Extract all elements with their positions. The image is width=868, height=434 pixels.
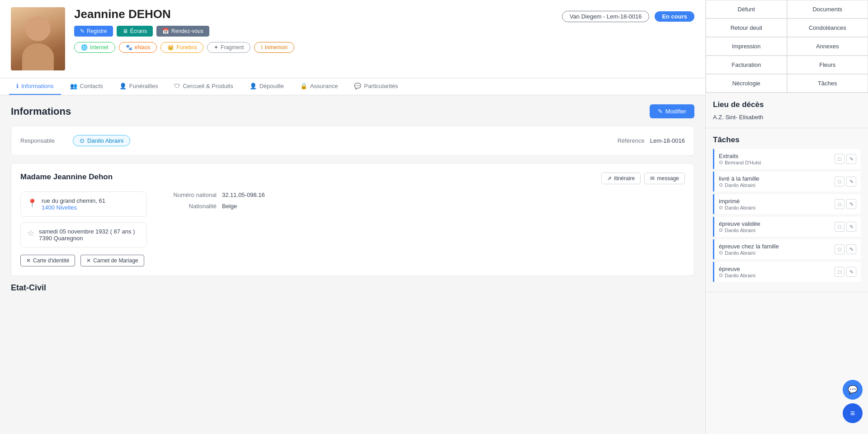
header-section: Jeannine DEHON ✎ Registre 🖥 Écrans 📅 Ren… — [0, 0, 705, 78]
nav-documents[interactable]: Documents — [787, 0, 868, 19]
itinerary-button[interactable]: ⇗ itinéraire — [601, 173, 641, 184]
tab-particularites[interactable]: 💬 Particularités — [347, 78, 405, 95]
task-edit-icon[interactable]: ✎ — [846, 154, 856, 164]
nav-condoleances[interactable]: Condoléances — [787, 19, 868, 37]
responsable-row: Responsable ⊙ Danilo Abraini Référence L… — [20, 135, 685, 146]
birth-box: ☆ samedi 05 novembre 1932 ( 87 ans ) 739… — [20, 222, 147, 247]
carnet-mariage-badge[interactable]: ✕ Carnet de Mariage — [80, 255, 144, 266]
task-edit-icon[interactable]: ✎ — [846, 267, 856, 277]
modifier-button[interactable]: ✎ Modifier — [650, 104, 694, 118]
task-assignee: ⊙ Danilo Abraini — [719, 250, 779, 256]
fragment-link-button[interactable]: ✦ Fragment — [207, 42, 250, 53]
task-phone-icon[interactable]: □ — [835, 199, 844, 209]
birth-date: samedi 05 novembre 1932 ( 87 ans ) — [39, 228, 135, 235]
tab-depouille[interactable]: 👤 Dépouille — [242, 78, 291, 95]
task-item: épreuve ⊙ Danilo Abraini □ ✎ — [713, 262, 861, 282]
tabs-bar: ℹ Informations 👥 Contacts 👤 Funérailles … — [0, 78, 705, 95]
task-edit-icon[interactable]: ✎ — [846, 222, 856, 232]
task-name: Extraits — [719, 153, 761, 159]
numero-national-value: 32.11.05-098.16 — [222, 191, 265, 198]
task-phone-icon[interactable]: □ — [835, 244, 844, 254]
task-name: épreuve chez la famille — [719, 243, 779, 250]
numero-national-label: Numéro national — [158, 191, 217, 198]
person-body: 📍 rue du grand chemin, 61 1400 Nivelles … — [20, 191, 685, 247]
task-edit-icon[interactable]: ✎ — [846, 177, 856, 187]
task-item: livré à la famille ⊙ Danilo Abraini □ ✎ — [713, 172, 861, 191]
inmemori-link-button[interactable]: I Inmemori — [254, 42, 294, 53]
etat-civil-section: Etat-Civil — [11, 283, 694, 293]
rendez-vous-button[interactable]: 📅 Rendez-vous — [156, 26, 209, 37]
lieu-deces-title: Lieu de décès — [713, 100, 861, 109]
task-assignee: ⊙ Danilo Abraini — [719, 205, 755, 210]
nav-annexes[interactable]: Annexes — [787, 37, 868, 56]
carte-identite-badge[interactable]: ✕ Carte d'identité — [20, 255, 75, 266]
nav-necrologie[interactable]: Nécrologie — [706, 74, 787, 93]
nationalite-row: Nationalité Belge — [158, 203, 685, 210]
task-phone-icon[interactable]: □ — [835, 177, 844, 187]
nationalite-value: Belge — [222, 203, 237, 210]
enaos-link-button[interactable]: 🐾 eNaos — [119, 42, 157, 53]
main-wrapper: Jeannine DEHON ✎ Registre 🖥 Écrans 📅 Ren… — [0, 0, 705, 434]
nationalite-label: Nationalité — [158, 203, 217, 210]
task-assignee: ⊙ Bertrand D'Hulst — [719, 159, 761, 165]
message-button[interactable]: ✉ message — [644, 173, 685, 184]
task-assignee: ⊙ Danilo Abraini — [719, 227, 760, 233]
right-sidebar: Défunt Documents Retour deuil Condoléanc… — [705, 0, 868, 434]
task-name: imprimé — [719, 198, 755, 205]
status-badge: En cours — [655, 11, 694, 22]
responsable-label: Responsable — [20, 137, 55, 144]
tab-cercueil-produits[interactable]: 🛡 Cercueil & Produits — [167, 78, 240, 95]
task-item: imprimé ⊙ Danilo Abraini □ ✎ — [713, 194, 861, 214]
fab-chat-button[interactable]: 💬 — [843, 380, 863, 400]
funebra-link-button[interactable]: 👑 Funebra — [160, 42, 203, 53]
tab-assurance[interactable]: 🔒 Assurance — [293, 78, 345, 95]
birth-place: 7390 Quaregnon — [39, 235, 135, 242]
nav-defunt[interactable]: Défunt — [706, 0, 787, 19]
tab-contacts[interactable]: 👥 Contacts — [63, 78, 110, 95]
task-phone-icon[interactable]: □ — [835, 154, 844, 164]
fab-container: 💬 ≡ — [843, 380, 863, 423]
person-actions: ⇗ itinéraire ✉ message — [601, 173, 685, 184]
responsable-card: Responsable ⊙ Danilo Abraini Référence L… — [11, 126, 694, 156]
registre-button[interactable]: ✎ Registre — [74, 26, 113, 37]
taches-title: Tâches — [713, 135, 861, 145]
lieu-deces-section: Lieu de décès A.Z. Sint- Elisabeth — [706, 93, 868, 128]
content-area: Informations ✎ Modifier Responsable ⊙ Da… — [0, 95, 705, 434]
task-edit-icon[interactable]: ✎ — [846, 244, 856, 254]
address-city[interactable]: 1400 Nivelles — [42, 204, 105, 211]
responsable-badge[interactable]: ⊙ Danilo Abraini — [73, 135, 130, 146]
task-phone-icon[interactable]: □ — [835, 267, 844, 277]
nav-retour-deuil[interactable]: Retour deuil — [706, 19, 787, 37]
lieu-deces-value: A.Z. Sint- Elisabeth — [713, 114, 861, 121]
header-links: 🌐 Internet 🐾 eNaos 👑 Funebra ✦ Fragment … — [74, 42, 553, 53]
ecrans-button[interactable]: 🖥 Écrans — [117, 26, 153, 37]
nav-fleurs[interactable]: Fleurs — [787, 56, 868, 74]
tab-funerailles[interactable]: 👤 Funérailles — [112, 78, 165, 95]
birth-star-icon: ☆ — [27, 228, 34, 238]
task-phone-icon[interactable]: □ — [835, 222, 844, 232]
address-box: 📍 rue du grand chemin, 61 1400 Nivelles — [20, 191, 147, 217]
section-header: Informations ✎ Modifier — [11, 104, 694, 118]
person-name: Madame Jeannine Dehon — [20, 173, 113, 182]
avatar — [11, 7, 65, 70]
section-title: Informations — [11, 106, 71, 117]
internet-link-button[interactable]: 🌐 Internet — [74, 42, 115, 53]
nav-facturation[interactable]: Facturation — [706, 56, 787, 74]
status-reference: Van Diegem - Lem-18-0016 — [562, 11, 649, 22]
tab-informations[interactable]: ℹ Informations — [9, 78, 61, 95]
nav-taches[interactable]: Tâches — [787, 74, 868, 93]
reference-value: Lem-18-0016 — [650, 137, 685, 144]
tasks-list: Extraits ⊙ Bertrand D'Hulst □ ✎ livré à … — [713, 149, 861, 282]
task-name: épreuve — [719, 266, 755, 272]
task-assignee: ⊙ Danilo Abraini — [719, 272, 755, 278]
task-edit-icon[interactable]: ✎ — [846, 199, 856, 209]
nav-impression[interactable]: Impression — [706, 37, 787, 56]
person-card: Madame Jeannine Dehon ⇗ itinéraire ✉ mes… — [11, 163, 694, 276]
address-line1: rue du grand chemin, 61 — [42, 197, 105, 204]
numero-national-row: Numéro national 32.11.05-098.16 — [158, 191, 685, 198]
person-left: 📍 rue du grand chemin, 61 1400 Nivelles … — [20, 191, 147, 247]
person-header: Madame Jeannine Dehon ⇗ itinéraire ✉ mes… — [20, 173, 685, 184]
fab-list-button[interactable]: ≡ — [843, 403, 863, 423]
etat-civil-title: Etat-Civil — [11, 283, 694, 293]
task-item: épreuve validée ⊙ Danilo Abraini □ ✎ — [713, 217, 861, 237]
